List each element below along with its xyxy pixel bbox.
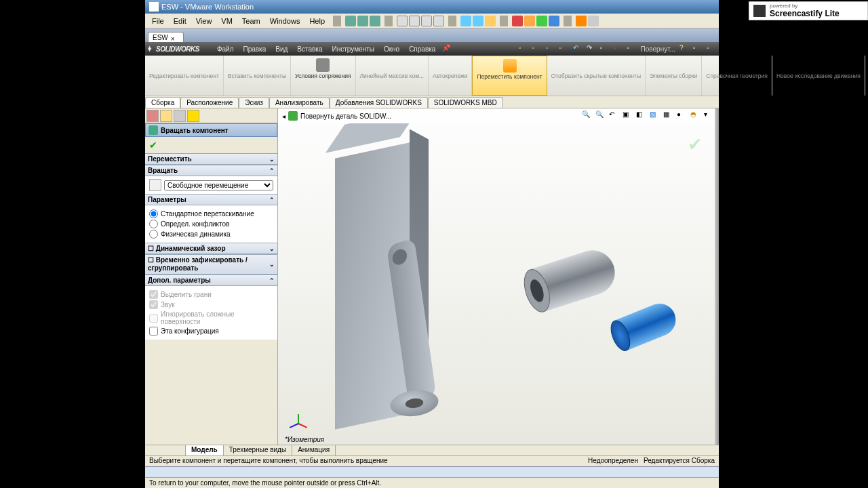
snapshot-icon[interactable] xyxy=(397,16,408,26)
ok-button[interactable]: ✔ xyxy=(149,140,157,150)
minimize-icon[interactable]: ▫ xyxy=(693,44,703,54)
help-icon[interactable]: ? xyxy=(679,44,689,54)
opt-standard[interactable]: Стандартное перетаскивание xyxy=(149,209,273,218)
menu-edit[interactable]: Edit xyxy=(170,16,191,26)
print-icon[interactable]: ▫ xyxy=(559,44,569,54)
display-style-icon[interactable]: ▧ xyxy=(650,110,660,121)
settings-icon[interactable] xyxy=(576,16,587,26)
ribbon-linear-pattern[interactable]: Линейный массив ком... xyxy=(356,56,429,96)
opt-physical[interactable]: Физическая динамика xyxy=(149,230,273,239)
tab-evaluate[interactable]: Анализировать xyxy=(269,97,330,108)
rotate-mode-icon[interactable] xyxy=(149,179,161,191)
power-icon[interactable] xyxy=(345,16,356,26)
part-bracket[interactable] xyxy=(317,141,426,432)
vmware-menubar[interactable]: File Edit View VM Team Windows Help xyxy=(145,14,719,28)
prev-view-icon[interactable]: ↶ xyxy=(609,110,620,121)
screen-icon[interactable] xyxy=(433,16,444,26)
hide-show-icon[interactable]: ▦ xyxy=(663,110,674,121)
sw-menu-edit[interactable]: Правка xyxy=(240,45,269,53)
sw-menu-help[interactable]: Справка xyxy=(406,45,438,53)
breadcrumb[interactable]: Повернуть деталь SOLIDW... xyxy=(300,113,391,120)
pin-icon[interactable]: 📌 xyxy=(442,44,452,54)
bt-3dviews[interactable]: Трехмерные виды xyxy=(224,445,292,455)
orientation-triad[interactable] xyxy=(290,407,311,427)
part-pipe[interactable] xyxy=(519,241,629,315)
settings-vp-icon[interactable]: ▾ xyxy=(704,110,715,121)
section-move[interactable]: Переместить⌄ xyxy=(145,153,277,165)
tab-addins[interactable]: Добавления SOLIDWORKS xyxy=(330,97,428,108)
close-icon[interactable]: × xyxy=(171,35,176,41)
bt-animation[interactable]: Анимация xyxy=(292,445,336,455)
summary-icon[interactable] xyxy=(485,16,496,26)
section-fix[interactable]: ☐ Временно зафиксировать /сгруппировать⌄ xyxy=(145,254,277,274)
menu-view[interactable]: View xyxy=(192,16,216,26)
ribbon-insert-component[interactable]: Вставить компоненты xyxy=(224,56,291,96)
menu-file[interactable]: File xyxy=(148,16,168,26)
section-params[interactable]: Параметры⌃ xyxy=(145,194,277,205)
ribbon-smart-fasteners[interactable]: Автокрепежи xyxy=(429,56,472,96)
panel-tab-property-icon[interactable] xyxy=(160,110,172,122)
panel-tab-config-icon[interactable] xyxy=(174,110,186,122)
sw-menu-insert[interactable]: Вставка xyxy=(294,45,325,53)
ribbon-mate[interactable]: Условия сопряжения xyxy=(291,56,355,96)
orient-icon[interactable]: ◧ xyxy=(636,110,647,121)
tab-mbd[interactable]: SOLIDWORKS MBD xyxy=(428,97,503,108)
bt-blank[interactable] xyxy=(145,445,186,455)
save-icon[interactable]: ▫ xyxy=(546,44,555,54)
sw-menu-window[interactable]: Окно xyxy=(381,45,402,53)
pause-icon[interactable] xyxy=(524,16,535,26)
redo-icon[interactable]: ↷ xyxy=(587,44,596,54)
graphics-viewport[interactable]: ◂ Повернуть деталь SOLIDW... 🔍 🔍 ↶ ▣ ◧ ▧… xyxy=(278,108,719,445)
reset-icon[interactable] xyxy=(370,16,380,26)
sw-menu-view[interactable]: Вид xyxy=(273,45,290,53)
tab-assembly[interactable]: Сборка xyxy=(145,97,180,108)
menu-team[interactable]: Team xyxy=(238,16,264,26)
open-icon[interactable]: ▫ xyxy=(532,44,542,54)
tab-sketch[interactable]: Эскиз xyxy=(239,97,269,108)
restore-icon[interactable]: ▫ xyxy=(707,44,716,54)
ribbon-move-component[interactable]: Переместить компонент xyxy=(472,56,547,96)
part-pin-selected[interactable] xyxy=(607,297,685,354)
vm-tab-esw[interactable]: ESW × xyxy=(148,32,184,42)
rotate-mode-select[interactable]: Свободное перемещение xyxy=(164,180,273,190)
panel-tab-feature-icon[interactable] xyxy=(146,110,159,122)
rotate-label[interactable]: Повернут... xyxy=(641,45,675,53)
section-rotate[interactable]: Вращать⌃ xyxy=(145,165,277,176)
section-extra[interactable]: Допол. параметры⌃ xyxy=(145,274,277,286)
revert-icon[interactable] xyxy=(409,16,420,26)
3d-canvas[interactable]: *Изометрия xyxy=(278,123,719,445)
section-gap[interactable]: ☐ Динамический зазор⌄ xyxy=(145,243,277,254)
task-pane-collapsed[interactable] xyxy=(715,108,719,445)
confirm-corner-icon[interactable] xyxy=(688,134,705,148)
ribbon-edit-component[interactable]: Редактировать компонент xyxy=(145,56,224,96)
zoom-area-icon[interactable]: 🔍 xyxy=(595,110,606,121)
bt-model[interactable]: Модель xyxy=(186,445,224,455)
menu-windows[interactable]: Windows xyxy=(266,16,304,26)
undo-icon[interactable]: ↶ xyxy=(573,44,583,54)
stop-icon[interactable] xyxy=(512,16,523,26)
scene-icon[interactable]: ◓ xyxy=(690,110,701,121)
ribbon-motion-study[interactable]: Новое исследование движения xyxy=(772,56,865,96)
zoom-fit-icon[interactable]: 🔍 xyxy=(582,110,593,121)
manage-icon[interactable] xyxy=(421,16,432,26)
ribbon-ref-geometry[interactable]: Справочная геометрия xyxy=(702,56,772,96)
ribbon-assembly-features[interactable]: Элементы сборки xyxy=(646,56,702,96)
new-icon[interactable]: ▫ xyxy=(519,44,528,54)
flyout-icon[interactable]: ◂ xyxy=(282,113,285,120)
ribbon-bom[interactable]: Спецификация xyxy=(865,56,868,96)
section-view-icon[interactable]: ▣ xyxy=(623,110,633,121)
devices-icon[interactable] xyxy=(588,16,599,26)
menu-vm[interactable]: VM xyxy=(217,16,237,26)
suspend-icon[interactable] xyxy=(357,16,368,26)
tab-layout[interactable]: Расположение xyxy=(180,97,239,108)
replay-icon[interactable] xyxy=(549,16,559,26)
menu-help[interactable]: Help xyxy=(305,16,329,26)
select-icon[interactable]: ▫ xyxy=(600,44,610,54)
unity-icon[interactable] xyxy=(473,16,484,26)
opt-collision[interactable]: Определ. конфликтов xyxy=(149,220,273,228)
ribbon-show-hidden[interactable]: Отобразить скрытые компоненты xyxy=(547,56,646,96)
panel-tab-display-icon[interactable] xyxy=(187,110,199,122)
appearance-icon[interactable]: ● xyxy=(677,110,688,121)
fullscreen-icon[interactable] xyxy=(460,16,471,26)
sw-menu-file[interactable]: Файл xyxy=(214,45,237,53)
